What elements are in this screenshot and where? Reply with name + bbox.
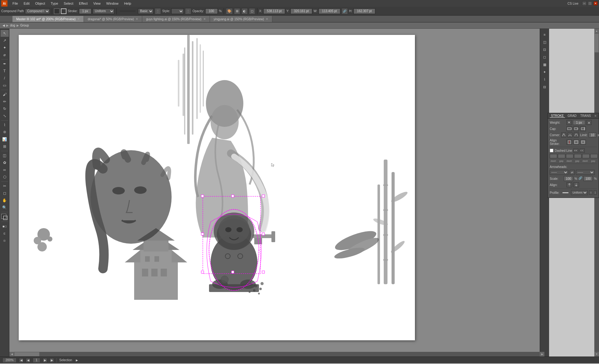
tool-graph[interactable]: 📊 [1,136,9,143]
swap-arrows-btn[interactable]: ⇄ [570,170,575,175]
hscroll-right-btn[interactable]: ▶ [540,352,544,357]
weight-input[interactable] [573,120,585,125]
tool-lasso[interactable]: ⌀ [1,51,9,58]
dash-3[interactable] [582,154,590,158]
align-center-btn[interactable] [567,140,572,145]
tool-pencil[interactable]: ✏ [1,98,9,105]
panel-icon-7[interactable]: ⌇ [541,76,549,83]
panel-icon-3[interactable]: ⊡ [541,46,549,53]
back-btn[interactable]: ◀ [2,24,5,27]
tab-0-close[interactable]: ✕ [77,17,80,21]
style-options-btn[interactable]: ⋮ [185,8,191,14]
link-scale-btn[interactable]: 🔗 [578,176,582,181]
page-input[interactable] [33,358,40,363]
panel-tab-trans[interactable]: TRANS [579,114,592,117]
profile-select[interactable]: Uniform [571,190,588,195]
stroke-btn2[interactable]: ◻ [249,8,255,14]
menu-view[interactable]: View [91,1,103,6]
tab-3[interactable]: yingyang.ai @ 150% (RGB/Preview) ✕ [210,16,272,22]
profile-flip-h[interactable]: ↔ [589,190,592,195]
tool-rect[interactable]: ▭ [1,82,9,89]
tool-scissors[interactable]: ✂ [1,183,9,189]
tab-2-close[interactable]: ✕ [203,17,206,21]
align-inside-btn[interactable] [573,140,579,145]
hscroll-thumb[interactable] [14,352,39,356]
stroke-swatch[interactable] [61,8,66,14]
panel-icon-1[interactable]: ≡ [541,31,549,38]
limit-input[interactable] [589,132,596,137]
tool-hand[interactable]: ✋ [1,197,9,204]
menu-effect[interactable]: Effect [76,1,90,6]
fill-stroke-swatch[interactable] [1,213,9,221]
menu-window[interactable]: Window [104,1,121,6]
cap-butt-btn[interactable] [567,126,572,131]
tool-eyedropper[interactable]: ✿ [1,159,9,166]
dash-1[interactable] [550,154,557,158]
zoom-down-btn[interactable]: ◀ [19,358,23,362]
tab-1[interactable]: dragonai* @ 50% (RGB/Preview) ✕ [84,16,142,22]
close-btn[interactable]: ✕ [593,1,598,6]
panel-icon-8[interactable]: ⊟ [541,84,549,90]
vscroll-thumb[interactable] [595,34,599,52]
zoom-input[interactable] [2,358,17,363]
stroke-type-select[interactable]: Uniform [93,8,114,14]
vscroll-up-btn[interactable]: ▲ [594,29,599,33]
tool-mesh[interactable]: ⊞ [1,143,9,150]
tab-2[interactable]: guys fighting.ai @ 150% (RGB/Preview) ✕ [142,16,210,22]
color-mode-btn[interactable]: ◼◻ [1,223,9,230]
h-input[interactable] [353,8,375,14]
w-input[interactable] [319,8,340,14]
tool-paintbrush[interactable]: 🖌 [1,91,9,98]
tool-type[interactable]: T [1,68,9,74]
lock-proportions-btn[interactable]: 🔗 [342,8,348,14]
align-arrow-1[interactable] [567,182,572,187]
panel-tab-grad[interactable]: GRAD [566,114,578,117]
arrowhead-end-select[interactable]: —— [576,170,595,175]
dash-2[interactable] [566,154,573,158]
panel-tab-stroke[interactable]: STROKE [550,114,565,118]
tool-symbol[interactable]: ❊ [1,129,9,136]
hscroll-left-btn[interactable]: ◀ [9,352,14,357]
page-prev-btn[interactable]: ◀ [26,358,30,362]
tool-select[interactable]: ↖ [1,30,9,37]
recolor-btn[interactable]: 🎨 [226,8,233,14]
style-select[interactable] [171,8,184,14]
zoom-up-btn[interactable]: ▶ [50,358,54,362]
panel-icon-5[interactable]: ▦ [541,61,549,68]
tool-blend[interactable]: ∞ [1,166,9,173]
panel-icon-2[interactable]: ◫ [541,39,549,46]
y-input[interactable] [290,8,312,14]
gap-3[interactable] [590,154,598,158]
menu-file[interactable]: File [10,1,21,6]
dashed-checkbox[interactable] [550,149,553,152]
tab-3-close[interactable]: ✕ [266,17,268,21]
dash-align-1[interactable] [573,148,578,153]
gap-1[interactable] [558,154,565,158]
profile-flip-v[interactable]: ↕ [594,190,597,195]
scale-end-input[interactable] [583,176,593,181]
tool-magic[interactable]: ✦ [1,44,9,51]
cap-projecting-btn[interactable] [580,126,586,131]
tool-line[interactable]: / [1,75,9,82]
cap-round-btn[interactable] [573,126,579,131]
tool-zoom[interactable]: 🔍 [1,204,9,211]
path-type-select[interactable]: Compound Path [25,8,50,14]
align-outside-btn[interactable] [580,140,586,145]
draw-mode-btn[interactable]: ⊏ [1,230,9,237]
minimize-btn[interactable]: ─ [582,1,587,6]
align-arrow-2[interactable] [573,182,579,187]
panel-icon-4[interactable]: ◻ [541,54,549,60]
gap-2[interactable] [574,154,582,158]
breadcrumb-dog[interactable]: dog [10,24,15,27]
tool-livepaint[interactable]: ⬡ [1,174,9,180]
envelope-btn[interactable]: ⊞ [234,8,240,14]
menu-select[interactable]: Select [61,1,76,6]
cs-live-btn[interactable]: CS Live [565,2,581,5]
opacity-btn[interactable]: ◐ [241,8,248,14]
canvas-area[interactable] [9,29,540,357]
tool-status-arrow[interactable]: ▶ [75,358,79,362]
menu-object[interactable]: Object [33,1,48,6]
panel-menu-btn[interactable]: ≡ [595,114,597,117]
breadcrumb-group[interactable]: Group [20,24,29,27]
tab-0[interactable]: Master III 102 art* @ 200% (RGB/Preview)… [12,16,84,22]
